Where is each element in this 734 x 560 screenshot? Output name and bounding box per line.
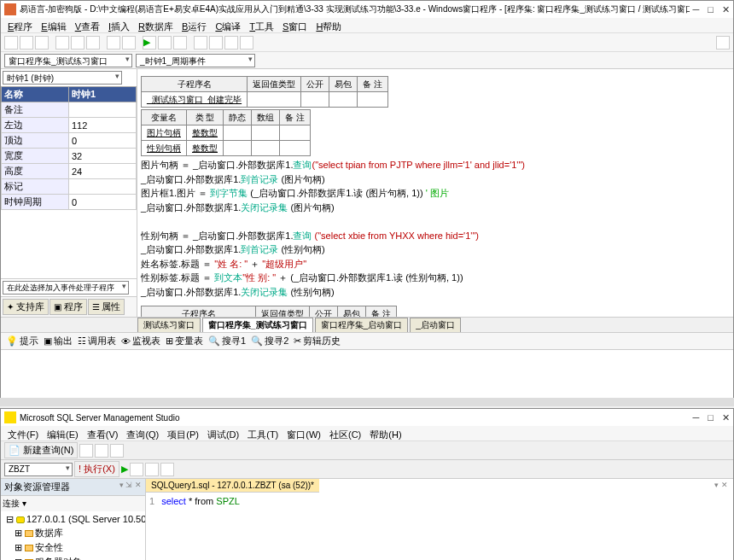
menu-tools[interactable]: T工具 xyxy=(246,20,277,31)
sql-editor[interactable]: 1select * from SPZL xyxy=(146,493,733,560)
tab-properties[interactable]: ☰ 属性 xyxy=(88,299,125,315)
execute-button[interactable]: ! 执行(X) xyxy=(74,461,119,477)
bt-find1[interactable]: 🔍 搜寻1 xyxy=(208,335,246,347)
menu-edit2[interactable]: 编辑(E) xyxy=(44,428,82,439)
tool-breakpoint[interactable] xyxy=(240,36,253,50)
connect-bar[interactable]: 连接 ▾ xyxy=(1,496,145,511)
menu-debug[interactable]: 调试(D) xyxy=(204,428,242,439)
menu-file[interactable]: 文件(F) xyxy=(4,428,42,439)
maximize-button[interactable]: □ xyxy=(708,412,714,423)
object-tree[interactable]: ⊟ 127.0.0.1 (SQL Server 10.50.1600 ⊞ 数据库… xyxy=(1,511,145,560)
menu-run[interactable]: B运行 xyxy=(178,20,210,31)
tool-run[interactable]: ▶ xyxy=(143,36,156,50)
sub-table-1: 子程序名返回值类型公开易包备 注 _测试练习窗口_创建完毕 xyxy=(141,76,388,108)
menu-query[interactable]: 查询(Q) xyxy=(123,428,162,439)
tb-open[interactable] xyxy=(79,444,93,458)
pin-icon[interactable]: ▾ ⇲ ✕ xyxy=(119,481,142,493)
minimize-button[interactable]: ─ xyxy=(693,412,700,423)
tb-parse[interactable] xyxy=(130,463,143,476)
tool-paste[interactable] xyxy=(86,36,100,50)
sql-close-icon[interactable]: ▾ ✕ xyxy=(709,479,733,491)
objexp-title: 对象资源管理器 xyxy=(4,481,70,493)
tool-pause[interactable] xyxy=(158,36,172,50)
tb-plan[interactable] xyxy=(145,463,159,476)
tool-stop[interactable] xyxy=(173,36,187,50)
bt-watch[interactable]: 👁 监视表 xyxy=(121,335,160,347)
menu-window2[interactable]: 窗口(W) xyxy=(283,428,324,439)
property-grid[interactable]: 名称时钟1备注左边112顶边0宽度32高度24标记时钟周期0 xyxy=(1,86,137,278)
tb-saveall[interactable] xyxy=(110,444,124,458)
output-pane[interactable] xyxy=(1,349,733,400)
sql-tab[interactable]: SQLQuery1.sql - 127.0.0.1.ZBZT (sa (52))… xyxy=(146,479,319,493)
tool-refresh[interactable] xyxy=(716,36,730,50)
maximize-button[interactable]: □ xyxy=(708,4,714,15)
win1-title: 易语言-加密狗版 - D:\中文编程(易语言E+易安卓E4A)实战应用从入门到精… xyxy=(20,3,690,15)
tool-step[interactable] xyxy=(194,36,207,50)
bt-output[interactable]: ▣ 输出 xyxy=(44,335,73,347)
code-tab-1[interactable]: 窗口程序集_测试练习窗口 xyxy=(202,318,313,332)
menu-view[interactable]: V查看 xyxy=(72,20,103,31)
menu-database[interactable]: R数据库 xyxy=(135,20,177,31)
tool-cut[interactable] xyxy=(55,36,69,50)
bt-clip[interactable]: ✂ 剪辑历史 xyxy=(294,335,341,347)
menu-tools2[interactable]: 工具(T) xyxy=(244,428,282,439)
tool-stepover[interactable] xyxy=(209,36,223,50)
tool-open[interactable] xyxy=(20,36,33,50)
bottom-tool-tabs: 💡 提示 ▣ 输出 ☷ 调用表 👁 监视表 ⊞ 变量表 🔍 搜寻1 🔍 搜寻2 … xyxy=(1,332,733,349)
menu-view2[interactable]: 查看(V) xyxy=(84,428,122,439)
menu-project[interactable]: 项目(P) xyxy=(164,428,202,439)
event-handler-combo[interactable]: 在此处选择加入事件处理子程序 xyxy=(3,281,129,295)
win2-title: Microsoft SQL Server Management Studio xyxy=(20,413,690,423)
tool-new[interactable] xyxy=(4,36,18,50)
minimize-button[interactable]: ─ xyxy=(693,4,700,15)
tool-stepout[interactable] xyxy=(224,36,238,50)
close-button[interactable]: ✕ xyxy=(722,412,730,423)
win2-menubar: 文件(F) 编辑(E) 查看(V) 查询(Q) 项目(P) 调试(D) 工具(T… xyxy=(1,426,733,441)
tool-redo[interactable] xyxy=(122,36,136,50)
line-number: 1 xyxy=(149,496,154,506)
bt-hint[interactable]: 💡 提示 xyxy=(6,335,38,347)
debug-button[interactable]: ▶ xyxy=(121,464,128,475)
db-combo[interactable]: ZBZT xyxy=(4,463,73,476)
bt-calltable[interactable]: ☷ 调用表 xyxy=(78,335,116,347)
tool-copy[interactable] xyxy=(71,36,84,50)
menu-help[interactable]: H帮助 xyxy=(312,20,345,31)
tab-support-lib[interactable]: ✦ 支持库 xyxy=(3,299,49,315)
tb-opts[interactable] xyxy=(160,463,174,476)
tab-program[interactable]: ▣ 程序 xyxy=(50,299,87,315)
tree-security[interactable]: ⊞ 安全性 xyxy=(3,540,143,555)
tree-server[interactable]: ⊟ 127.0.0.1 (SQL Server 10.50.1600 xyxy=(3,513,143,526)
menu-compile[interactable]: C编译 xyxy=(212,20,244,31)
elanguage-window: 易语言-加密狗版 - D:\中文编程(易语言E+易安卓E4A)实战应用从入门到精… xyxy=(0,0,734,398)
ssms-toolbar1: 📄 新建查询(N) xyxy=(1,441,733,460)
event-combo[interactable]: _时钟1_周期事件 xyxy=(136,54,255,67)
module-combo[interactable]: 窗口程序集_测试练习窗口 xyxy=(4,54,132,67)
menu-insert[interactable]: I插入 xyxy=(105,20,133,31)
new-query-button[interactable]: 📄 新建查询(N) xyxy=(4,442,78,458)
code-tab-2[interactable]: 窗口程序集_启动窗口 xyxy=(315,318,409,332)
code-editor[interactable]: 子程序名返回值类型公开易包备 注 _测试练习窗口_创建完毕 变量名类 型静态数组… xyxy=(137,69,733,317)
menu-community[interactable]: 社区(C) xyxy=(326,428,364,439)
code-tab-3[interactable]: _启动窗口 xyxy=(410,318,461,332)
tree-serverobj[interactable]: ⊞ 服务器对象 xyxy=(3,555,143,560)
menu-help2[interactable]: 帮助(H) xyxy=(366,428,405,439)
left-tabs: ✦ 支持库 ▣ 程序 ☰ 属性 xyxy=(1,296,137,317)
ssms-icon xyxy=(4,411,16,423)
property-panel: 时钟1 (时钟) 名称时钟1备注左边112顶边0宽度32高度24标记时钟周期0 … xyxy=(1,69,137,317)
sub-table-2: 子程序名返回值类型公开易包备 注 _测试练习窗口_尺寸被改变 xyxy=(141,306,397,317)
object-combo[interactable]: 时钟1 (时钟) xyxy=(3,71,122,85)
menu-program[interactable]: EE程序程序 xyxy=(4,20,36,31)
menu-edit[interactable]: E编辑 xyxy=(38,20,69,31)
bt-find2[interactable]: 🔍 搜寻2 xyxy=(251,335,288,347)
object-explorer: 对象资源管理器▾ ⇲ ✕ 连接 ▾ ⊟ 127.0.0.1 (SQL Serve… xyxy=(1,479,146,560)
tool-save[interactable] xyxy=(35,36,49,50)
tb-save[interactable] xyxy=(95,444,108,458)
win2-titlebar: Microsoft SQL Server Management Studio ─… xyxy=(1,409,733,426)
var-table: 变量名类 型静态数组备 注 图片句柄整数型 性别句柄整数型 xyxy=(141,109,311,156)
menu-window[interactable]: S窗口 xyxy=(279,20,311,31)
code-tab-0[interactable]: 测试练习窗口 xyxy=(137,318,201,332)
close-button[interactable]: ✕ xyxy=(722,4,730,15)
tree-databases[interactable]: ⊞ 数据库 xyxy=(3,526,143,540)
tool-undo[interactable] xyxy=(107,36,120,50)
bt-vars[interactable]: ⊞ 变量表 xyxy=(166,335,203,347)
